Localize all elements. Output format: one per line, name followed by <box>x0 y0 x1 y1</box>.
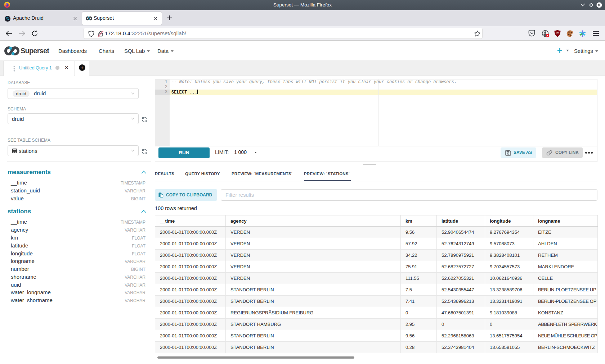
svg-text:uO: uO <box>556 32 559 34</box>
